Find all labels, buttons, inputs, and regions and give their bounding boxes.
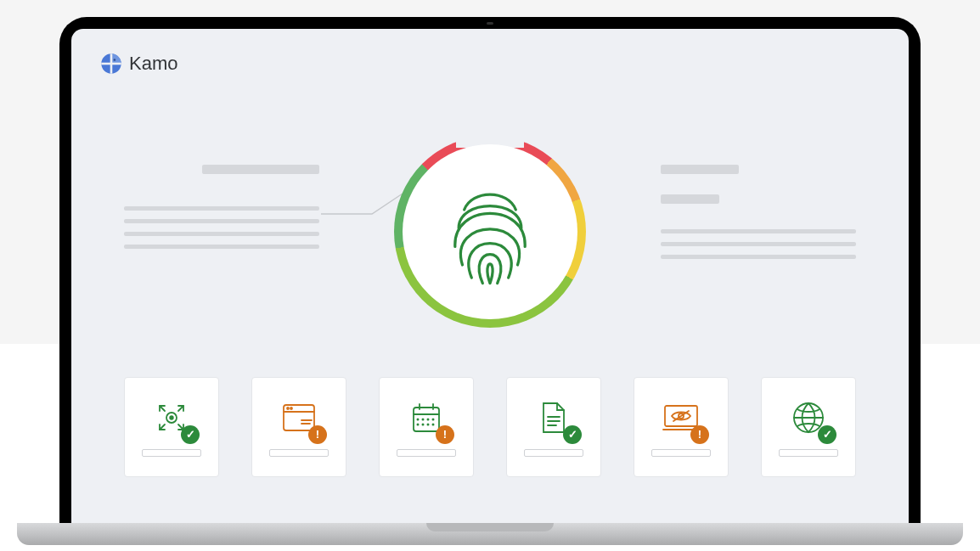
card-label — [397, 449, 456, 457]
status-ok-icon: ✓ — [181, 425, 200, 444]
card-schedule[interactable]: ! — [379, 377, 474, 477]
laptop-frame: Kamo — [59, 17, 921, 526]
status-warn-icon: ! — [308, 425, 327, 444]
svg-point-3 — [114, 59, 116, 61]
card-label — [779, 449, 838, 457]
card-label — [524, 449, 583, 457]
camera-notch — [487, 22, 493, 25]
brand-name: Kamo — [129, 53, 177, 75]
card-label — [269, 449, 329, 457]
card-privacy[interactable]: ! — [634, 377, 729, 477]
laptop-hinge-notch — [426, 523, 554, 531]
status-ok-icon: ✓ — [563, 425, 582, 444]
status-warn-icon: ! — [690, 425, 709, 444]
fingerprint-icon — [443, 177, 537, 287]
card-label — [142, 449, 201, 457]
svg-point-7 — [287, 408, 289, 409]
status-warn-icon: ! — [436, 425, 454, 444]
app-screen: Kamo — [71, 29, 909, 526]
card-documents[interactable]: ✓ — [506, 377, 601, 477]
svg-point-5 — [170, 416, 173, 419]
left-info-block — [124, 165, 319, 249]
status-ok-icon: ✓ — [818, 425, 836, 444]
app-header: Kamo — [100, 53, 177, 75]
laptop-base — [17, 523, 963, 545]
leader-line-left — [321, 190, 406, 216]
svg-point-8 — [290, 408, 292, 409]
svg-rect-2 — [110, 53, 113, 73]
kamo-logo-icon — [100, 53, 122, 75]
card-label — [651, 449, 711, 457]
right-info-block — [661, 165, 856, 259]
feature-card-row: ✓ — [124, 377, 856, 477]
card-web[interactable]: ✓ — [761, 377, 856, 477]
privacy-dial — [394, 136, 586, 328]
card-browser[interactable]: ! — [251, 377, 346, 477]
laptop-mockup: Kamo — [59, 17, 921, 551]
card-tracking[interactable]: ✓ — [124, 377, 219, 477]
